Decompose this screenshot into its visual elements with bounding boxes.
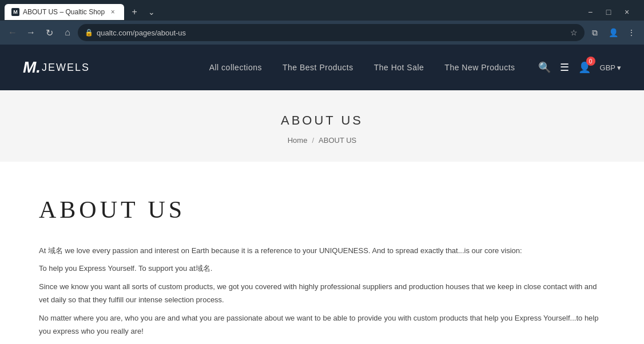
about-para-4: No matter where you are, who you are and… [39, 311, 605, 338]
close-button[interactable]: × [619, 4, 635, 20]
url-text: qualtc.com/pages/about-us [97, 29, 567, 37]
menu-icon-button[interactable]: ☰ [560, 61, 569, 74]
forward-button[interactable]: → [23, 25, 39, 41]
main-content: ABOUT US At 域名 we love every passion and… [16, 162, 628, 344]
extensions-button[interactable]: ⧉ [587, 25, 603, 41]
restore-button[interactable]: □ [601, 4, 617, 20]
breadcrumb: Home / ABOUT US [11, 136, 633, 145]
website-content: M. JEWELS All collections The Best Produ… [0, 45, 644, 344]
about-heading: ABOUT US [39, 196, 605, 223]
about-para-3: Since we know you want all sorts of cust… [39, 280, 605, 307]
home-button[interactable]: ⌂ [59, 25, 75, 41]
address-bar[interactable]: 🔒 qualtc.com/pages/about-us ☆ [78, 24, 585, 41]
cart-wrapper: 👤 0 [578, 61, 591, 74]
menu-button[interactable]: ⋮ [623, 25, 639, 41]
active-tab[interactable]: M ABOUT US – Qualtic Shop × [5, 4, 124, 20]
reload-button[interactable]: ↻ [41, 25, 57, 41]
page-hero: ABOUT US Home / ABOUT US [0, 90, 644, 162]
tab-title: ABOUT US – Qualtic Shop [23, 8, 105, 16]
about-para-2: To help you Express Yourself. To support… [39, 262, 605, 275]
minimize-button[interactable]: − [582, 4, 598, 20]
nav-best-products[interactable]: The Best Products [283, 63, 353, 72]
currency-chevron-icon: ▾ [617, 63, 621, 72]
nav-new-products[interactable]: The New Products [444, 63, 515, 72]
currency-selector[interactable]: GBP ▾ [600, 63, 621, 72]
logo-icon: M. [23, 58, 41, 77]
tab-favicon: M [11, 8, 19, 16]
browser-window: M ABOUT US – Qualtic Shop × + ⌄ − □ × ← … [0, 0, 644, 45]
back-button[interactable]: ← [5, 25, 21, 41]
logo-text: JEWELS [42, 62, 90, 74]
cart-badge: 0 [586, 57, 595, 66]
browser-toolbar: ← → ↻ ⌂ 🔒 qualtc.com/pages/about-us ☆ ⧉ … [0, 21, 644, 45]
nav-all-collections[interactable]: All collections [209, 63, 262, 72]
about-body: At 域名 we love every passion and interest… [39, 244, 605, 344]
breadcrumb-separator: / [312, 136, 314, 145]
bookmark-icon[interactable]: ☆ [570, 28, 578, 37]
site-logo[interactable]: M. JEWELS [23, 58, 90, 77]
breadcrumb-current: ABOUT US [319, 136, 356, 145]
profile-button[interactable]: 👤 [605, 25, 621, 41]
site-header: M. JEWELS All collections The Best Produ… [0, 45, 644, 90]
breadcrumb-home-link[interactable]: Home [288, 136, 308, 145]
site-nav: All collections The Best Products The Ho… [209, 63, 515, 72]
currency-label: GBP [600, 63, 615, 72]
toolbar-actions: ⧉ 👤 ⋮ [587, 25, 639, 41]
lock-icon: 🔒 [85, 29, 93, 37]
about-para-1: At 域名 we love every passion and interest… [39, 244, 605, 257]
window-controls: − □ × [582, 4, 639, 20]
page-hero-title: ABOUT US [11, 113, 633, 128]
header-actions: 🔍 ☰ 👤 0 GBP ▾ [538, 61, 621, 74]
tab-close-button[interactable]: × [108, 7, 117, 17]
tab-list-button[interactable]: ⌄ [144, 4, 160, 20]
nav-hot-sale[interactable]: The Hot Sale [374, 63, 424, 72]
tab-bar: M ABOUT US – Qualtic Shop × + ⌄ − □ × [0, 0, 644, 21]
search-button[interactable]: 🔍 [538, 61, 551, 74]
new-tab-button[interactable]: + [126, 4, 142, 20]
